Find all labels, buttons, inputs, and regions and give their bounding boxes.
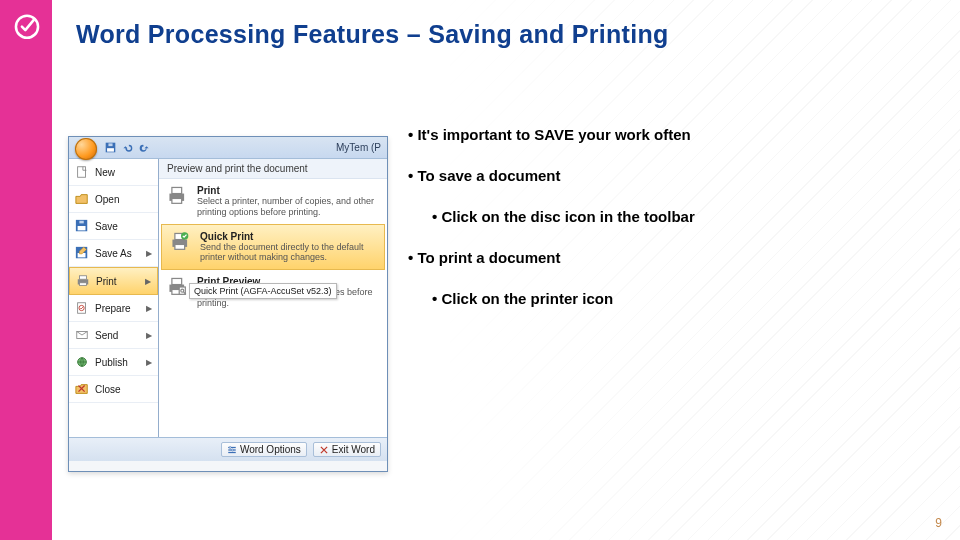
chevron-right-icon: ▶: [146, 331, 152, 340]
save-icon: [75, 219, 89, 233]
word-options-button[interactable]: Word Options: [221, 442, 307, 457]
office-orb-button[interactable]: [75, 138, 97, 160]
undo-icon[interactable]: [122, 142, 133, 153]
svg-rect-18: [172, 187, 182, 193]
bullet-1: • It's important to SAVE your work often: [408, 126, 898, 143]
svg-point-33: [232, 449, 234, 451]
exit-word-label: Exit Word: [332, 444, 375, 455]
svg-rect-19: [172, 198, 182, 203]
office-menu-item-prepare[interactable]: Prepare▶: [69, 295, 158, 322]
printer-icon: [167, 185, 189, 207]
svg-rect-3: [108, 143, 112, 146]
printer-icon: [170, 231, 192, 253]
office-menu-item-label: Publish: [95, 357, 128, 368]
open-icon: [75, 192, 89, 206]
svg-rect-11: [80, 276, 87, 280]
office-menu-item-open[interactable]: Open: [69, 186, 158, 213]
send-icon: [75, 328, 89, 342]
word-options-label: Word Options: [240, 444, 301, 455]
svg-rect-7: [79, 221, 83, 224]
office-menu-item-label: New: [95, 167, 115, 178]
quick-print-tooltip: Quick Print (AGFA-AccuSet v52.3): [189, 283, 337, 299]
print-icon: [76, 274, 90, 288]
office-menu-footer: Word Options Exit Word: [69, 437, 387, 461]
office-menu-item-label: Print: [96, 276, 117, 287]
prepare-icon: [75, 301, 89, 315]
office-menu-item-label: Close: [95, 384, 121, 395]
chevron-right-icon: ▶: [146, 249, 152, 258]
svg-rect-25: [172, 279, 182, 285]
print-option-quick-print[interactable]: Quick PrintSend the document directly to…: [161, 224, 385, 271]
svg-rect-31: [228, 451, 236, 452]
brand-checkmark-icon: [8, 6, 46, 44]
svg-point-32: [229, 446, 231, 448]
svg-rect-6: [78, 226, 86, 230]
slide-body-text: • It's important to SAVE your work often…: [408, 126, 898, 331]
office-menu-item-label: Prepare: [95, 303, 131, 314]
slide-sidebar: [0, 0, 52, 540]
bullet-2a: • Click on the disc icon in the toolbar: [432, 208, 898, 225]
quick-access-toolbar: MyTem (P: [69, 137, 387, 159]
slide-number: 9: [935, 516, 942, 530]
right-pane-header: Preview and print the document: [159, 159, 387, 179]
office-menu-item-save-as[interactable]: Save As▶: [69, 240, 158, 267]
svg-rect-2: [107, 148, 114, 151]
chevron-right-icon: ▶: [146, 304, 152, 313]
redo-icon[interactable]: [139, 142, 150, 153]
office-menu-item-publish[interactable]: Publish▶: [69, 349, 158, 376]
exit-icon: [319, 445, 329, 455]
office-menu-item-close[interactable]: Close: [69, 376, 158, 403]
office-menu-item-save[interactable]: Save: [69, 213, 158, 240]
save-icon[interactable]: [105, 142, 116, 153]
office-menu-item-new[interactable]: New: [69, 159, 158, 186]
svg-rect-4: [78, 167, 86, 178]
options-icon: [227, 445, 237, 455]
print-option-print[interactable]: PrintSelect a printer, number of copies,…: [159, 179, 387, 224]
office-menu-item-label: Open: [95, 194, 119, 205]
print-option-desc: Send the document directly to the defaul…: [200, 242, 376, 264]
print-option-title: Print: [197, 185, 379, 196]
svg-rect-22: [175, 244, 185, 249]
office-menu-right-pane: Preview and print the document PrintSele…: [159, 159, 387, 437]
svg-rect-12: [80, 283, 87, 286]
exit-word-button[interactable]: Exit Word: [313, 442, 381, 457]
printer-icon: [167, 276, 189, 298]
bullet-2: • To save a document: [408, 167, 898, 184]
office-menu-item-label: Save As: [95, 248, 132, 259]
chevron-right-icon: ▶: [145, 277, 151, 286]
office-menu-item-label: Send: [95, 330, 118, 341]
office-menu-item-print[interactable]: Print▶: [69, 267, 158, 295]
chevron-right-icon: ▶: [146, 358, 152, 367]
bullet-3a: • Click on the printer icon: [432, 290, 898, 307]
print-option-title: Quick Print: [200, 231, 376, 242]
bullet-3: • To print a document: [408, 249, 898, 266]
office-menu-item-label: Save: [95, 221, 118, 232]
print-option-desc: Select a printer, number of copies, and …: [197, 196, 379, 218]
publish-icon: [75, 355, 89, 369]
document-name: MyTem (P: [336, 142, 381, 153]
office-menu-left-column: NewOpenSaveSave As▶Print▶Prepare▶Send▶Pu…: [69, 159, 159, 437]
new-icon: [75, 165, 89, 179]
office-menu-item-send[interactable]: Send▶: [69, 322, 158, 349]
close-icon: [75, 382, 89, 396]
office-menu-screenshot: MyTem (P NewOpenSaveSave As▶Print▶Prepar…: [68, 136, 388, 472]
slide-title: Word Processing Features – Saving and Pr…: [76, 20, 669, 49]
saveas-icon: [75, 246, 89, 260]
